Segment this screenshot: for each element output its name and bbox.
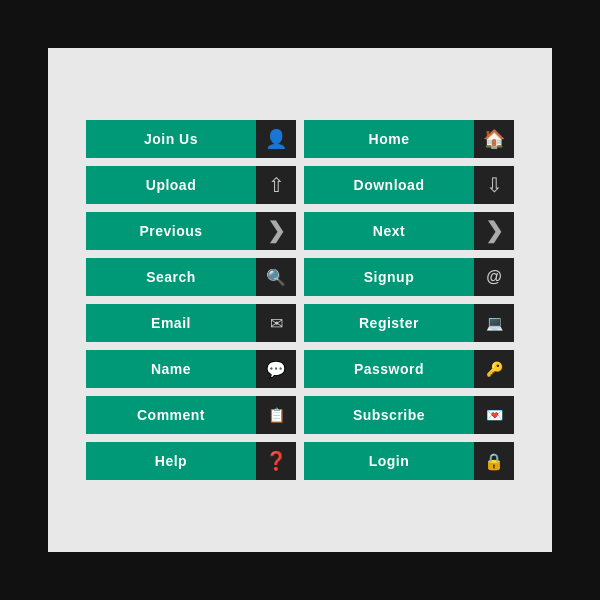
subscribe-icon: 💌 [474, 396, 514, 434]
next-label: Next [304, 212, 474, 250]
email-button[interactable]: Email ✉ [86, 304, 296, 342]
email-label: Email [86, 304, 256, 342]
email-icon: ✉ [256, 304, 296, 342]
name-label: Name [86, 350, 256, 388]
help-icon: ❓ [256, 442, 296, 480]
register-label: Register [304, 304, 474, 342]
help-button[interactable]: Help ❓ [86, 442, 296, 480]
join-us-label: Join Us [86, 120, 256, 158]
home-icon: 🏠 [474, 120, 514, 158]
download-button[interactable]: Download ⇩ [304, 166, 514, 204]
login-icon: 🔒 [474, 442, 514, 480]
main-frame: Join Us 👤 Home 🏠 Upload ⇧ Download ⇩ Pre… [30, 30, 570, 570]
next-icon: ❯ [474, 212, 514, 250]
upload-button[interactable]: Upload ⇧ [86, 166, 296, 204]
help-label: Help [86, 442, 256, 480]
register-icon: 💻 [474, 304, 514, 342]
login-label: Login [304, 442, 474, 480]
button-grid: Join Us 👤 Home 🏠 Upload ⇧ Download ⇩ Pre… [66, 100, 534, 500]
subscribe-label: Subscribe [304, 396, 474, 434]
register-button[interactable]: Register 💻 [304, 304, 514, 342]
join-us-button[interactable]: Join Us 👤 [86, 120, 296, 158]
next-button[interactable]: Next ❯ [304, 212, 514, 250]
password-button[interactable]: Password 🔑 [304, 350, 514, 388]
comment-button[interactable]: Comment 📋 [86, 396, 296, 434]
download-icon: ⇩ [474, 166, 514, 204]
join-us-icon: 👤 [256, 120, 296, 158]
home-button[interactable]: Home 🏠 [304, 120, 514, 158]
upload-label: Upload [86, 166, 256, 204]
search-icon: 🔍 [256, 258, 296, 296]
search-button[interactable]: Search 🔍 [86, 258, 296, 296]
comment-icon: 📋 [256, 396, 296, 434]
home-label: Home [304, 120, 474, 158]
search-label: Search [86, 258, 256, 296]
name-button[interactable]: Name 💬 [86, 350, 296, 388]
name-icon: 💬 [256, 350, 296, 388]
login-button[interactable]: Login 🔒 [304, 442, 514, 480]
signup-label: Signup [304, 258, 474, 296]
comment-label: Comment [86, 396, 256, 434]
password-label: Password [304, 350, 474, 388]
previous-icon: ❯ [256, 212, 296, 250]
signup-button[interactable]: Signup @ [304, 258, 514, 296]
download-label: Download [304, 166, 474, 204]
signup-icon: @ [474, 258, 514, 296]
previous-label: Previous [86, 212, 256, 250]
upload-icon: ⇧ [256, 166, 296, 204]
previous-button[interactable]: Previous ❯ [86, 212, 296, 250]
password-icon: 🔑 [474, 350, 514, 388]
subscribe-button[interactable]: Subscribe 💌 [304, 396, 514, 434]
